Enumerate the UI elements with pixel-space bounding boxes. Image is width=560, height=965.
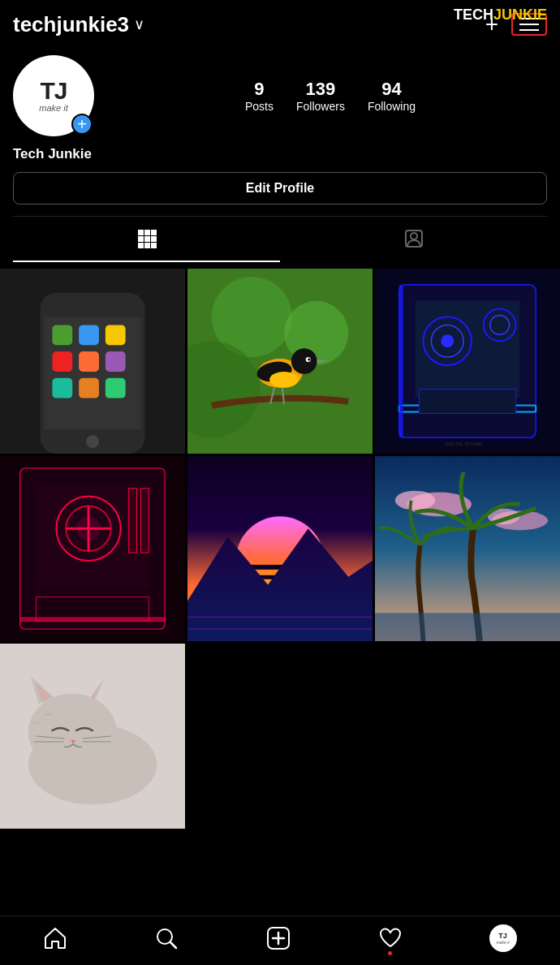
- brand-tech: TECH: [454, 6, 493, 23]
- following-count: 94: [381, 79, 401, 100]
- tabs-bar: [13, 216, 547, 262]
- grid-post-5[interactable]: [187, 456, 373, 641]
- svg-rect-1: [144, 230, 150, 235]
- nav-home[interactable]: [43, 926, 67, 950]
- followers-count: 139: [306, 79, 336, 100]
- svg-rect-46: [399, 285, 403, 437]
- grid-post-7[interactable]: [0, 644, 185, 829]
- create-icon: [265, 925, 291, 951]
- svg-rect-14: [52, 325, 72, 345]
- svg-rect-15: [79, 325, 99, 345]
- posts-stat[interactable]: 9 Posts: [245, 79, 274, 113]
- profile-section: TJ make it + 9 Posts 139 Followers 94 Fo…: [0, 45, 560, 269]
- svg-point-29: [291, 348, 317, 374]
- avatar-initials: TJ: [40, 79, 67, 103]
- nav-avatar-tagline: make it: [497, 940, 510, 945]
- svg-rect-17: [52, 351, 72, 372]
- svg-rect-19: [106, 351, 126, 372]
- grid-post-4[interactable]: [0, 456, 185, 641]
- tab-tagged[interactable]: [280, 217, 547, 262]
- svg-rect-62: [20, 617, 165, 622]
- svg-rect-61: [140, 489, 149, 553]
- nav-avatar: TJ make it: [489, 924, 517, 952]
- tab-grid[interactable]: [13, 217, 280, 262]
- brand-logo: TECHJUNKIE: [454, 6, 547, 24]
- svg-rect-0: [138, 230, 144, 235]
- display-name: Tech Junkie: [13, 146, 547, 162]
- search-icon: [154, 926, 179, 950]
- svg-rect-47: [420, 390, 516, 414]
- svg-rect-90: [187, 644, 373, 829]
- nav-profile[interactable]: TJ make it: [489, 924, 517, 952]
- svg-rect-39: [416, 301, 520, 398]
- grid-post-9: [375, 644, 560, 829]
- svg-point-32: [308, 359, 310, 361]
- svg-point-23: [86, 435, 99, 448]
- avatar-tagline: make it: [39, 103, 67, 113]
- grid-icon: [136, 228, 157, 249]
- photo-grid: DIGITAL STORM: [0, 269, 560, 829]
- svg-rect-4: [144, 236, 150, 242]
- svg-rect-2: [151, 230, 157, 235]
- svg-rect-3: [138, 236, 144, 242]
- svg-rect-20: [52, 378, 72, 398]
- svg-line-93: [170, 942, 176, 948]
- nav-avatar-initials: TJ: [498, 933, 507, 940]
- nav-search[interactable]: [154, 926, 179, 950]
- grid-post-2[interactable]: [187, 269, 373, 454]
- header-left: techjunkie3 ∨: [13, 12, 144, 37]
- svg-rect-18: [79, 351, 99, 372]
- posts-count: 9: [254, 79, 264, 100]
- grid-post-3[interactable]: DIGITAL STORM: [375, 269, 560, 454]
- edit-profile-button[interactable]: Edit Profile: [13, 172, 547, 205]
- svg-rect-77: [375, 613, 560, 641]
- svg-point-10: [411, 233, 417, 239]
- svg-rect-91: [375, 644, 560, 829]
- grid-post-8: [187, 644, 373, 829]
- notification-dot: [388, 951, 392, 955]
- bottom-nav: TJ make it: [0, 915, 560, 965]
- svg-point-34: [269, 372, 299, 388]
- stats-row: 9 Posts 139 Followers 94 Following: [114, 79, 547, 113]
- heart-icon: [378, 926, 403, 950]
- following-stat[interactable]: 94 Following: [368, 79, 416, 113]
- avatar-wrap: TJ make it +: [13, 55, 94, 136]
- nav-likes[interactable]: [378, 926, 403, 950]
- svg-point-74: [395, 491, 436, 511]
- svg-rect-21: [79, 378, 99, 398]
- svg-rect-22: [106, 378, 126, 398]
- chevron-down-icon[interactable]: ∨: [134, 15, 144, 33]
- grid-post-1[interactable]: [0, 269, 185, 454]
- svg-rect-60: [129, 489, 137, 553]
- svg-point-80: [28, 693, 117, 770]
- following-label: Following: [368, 100, 416, 113]
- tagged-icon: [403, 228, 424, 249]
- followers-label: Followers: [296, 100, 345, 113]
- add-story-button[interactable]: +: [71, 114, 93, 135]
- svg-text:DIGITAL STORM: DIGITAL STORM: [445, 442, 481, 446]
- svg-rect-16: [106, 325, 126, 345]
- svg-rect-6: [138, 243, 144, 248]
- username[interactable]: techjunkie3: [13, 12, 129, 37]
- posts-label: Posts: [245, 100, 274, 113]
- brand-junkie: JUNKIE: [493, 6, 547, 23]
- svg-rect-5: [151, 236, 157, 242]
- svg-point-42: [441, 334, 454, 347]
- profile-top: TJ make it + 9 Posts 139 Followers 94 Fo…: [13, 55, 547, 136]
- svg-rect-8: [151, 243, 157, 248]
- nav-create[interactable]: [265, 925, 291, 951]
- home-icon: [43, 926, 67, 950]
- followers-stat[interactable]: 139 Followers: [296, 79, 345, 113]
- svg-rect-7: [144, 243, 150, 248]
- grid-post-6[interactable]: [375, 456, 560, 641]
